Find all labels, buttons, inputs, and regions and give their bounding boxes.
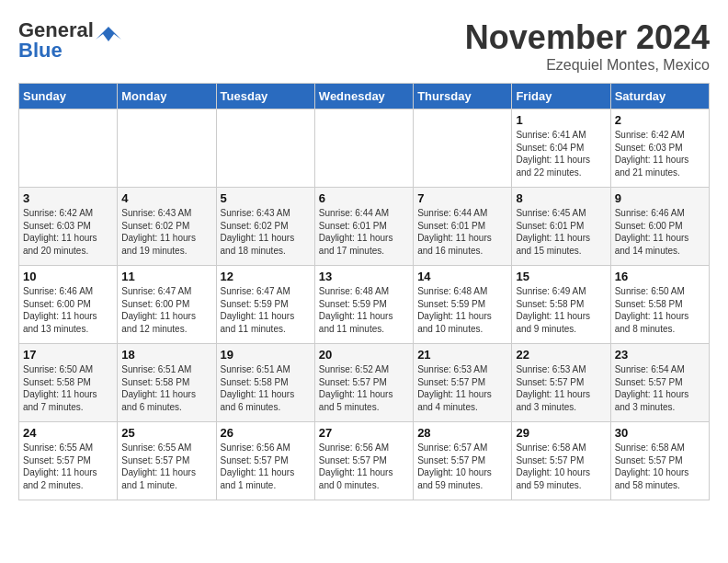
day-info: Sunrise: 6:56 AM Sunset: 5:57 PM Dayligh… (319, 442, 409, 491)
day-info: Sunrise: 6:41 AM Sunset: 6:04 PM Dayligh… (516, 129, 606, 178)
day-number: 4 (121, 191, 211, 205)
day-info: Sunrise: 6:49 AM Sunset: 5:58 PM Dayligh… (516, 285, 606, 335)
calendar-day-cell (414, 109, 512, 188)
day-number: 9 (615, 191, 705, 205)
day-number: 28 (417, 426, 507, 440)
weekday-header-cell: Tuesday (216, 84, 314, 109)
day-info: Sunrise: 6:46 AM Sunset: 6:00 PM Dayligh… (615, 207, 705, 257)
calendar-day-cell (216, 109, 314, 188)
calendar-day-cell: 15Sunrise: 6:49 AM Sunset: 5:58 PM Dayli… (512, 266, 610, 344)
day-info: Sunrise: 6:51 AM Sunset: 5:58 PM Dayligh… (121, 363, 211, 413)
calendar-day-cell: 30Sunrise: 6:58 AM Sunset: 5:57 PM Dayli… (610, 422, 709, 500)
day-info: Sunrise: 6:54 AM Sunset: 5:57 PM Dayligh… (615, 363, 705, 413)
day-number: 14 (417, 270, 507, 283)
day-number: 12 (221, 270, 311, 283)
calendar-day-cell: 27Sunrise: 6:56 AM Sunset: 5:57 PM Dayli… (314, 422, 413, 500)
day-number: 18 (121, 348, 211, 362)
day-info: Sunrise: 6:52 AM Sunset: 5:57 PM Dayligh… (319, 363, 409, 413)
logo: General Blue (18, 18, 121, 63)
day-number: 15 (516, 270, 606, 283)
day-number: 29 (516, 426, 606, 440)
calendar-week-row: 3Sunrise: 6:42 AM Sunset: 6:03 PM Daylig… (19, 188, 710, 266)
calendar-day-cell: 22Sunrise: 6:53 AM Sunset: 5:57 PM Dayli… (512, 344, 610, 422)
calendar-week-row: 1Sunrise: 6:41 AM Sunset: 6:04 PM Daylig… (19, 109, 710, 188)
day-number: 19 (221, 348, 311, 362)
header: General Blue November 2024 Ezequiel Mont… (18, 18, 710, 74)
calendar-body: 1Sunrise: 6:41 AM Sunset: 6:04 PM Daylig… (19, 109, 710, 500)
day-info: Sunrise: 6:53 AM Sunset: 5:57 PM Dayligh… (417, 363, 507, 413)
day-number: 1 (516, 113, 606, 127)
calendar-week-row: 24Sunrise: 6:55 AM Sunset: 5:57 PM Dayli… (19, 422, 710, 500)
day-number: 27 (319, 426, 409, 440)
calendar-day-cell: 12Sunrise: 6:47 AM Sunset: 5:59 PM Dayli… (216, 266, 314, 344)
day-number: 30 (615, 426, 705, 440)
day-info: Sunrise: 6:58 AM Sunset: 5:57 PM Dayligh… (615, 442, 705, 491)
day-info: Sunrise: 6:48 AM Sunset: 5:59 PM Dayligh… (319, 285, 409, 335)
calendar-day-cell: 1Sunrise: 6:41 AM Sunset: 6:04 PM Daylig… (512, 109, 610, 188)
calendar-day-cell: 13Sunrise: 6:48 AM Sunset: 5:59 PM Dayli… (314, 266, 413, 344)
calendar-week-row: 10Sunrise: 6:46 AM Sunset: 6:00 PM Dayli… (19, 266, 710, 344)
day-number: 6 (319, 191, 409, 205)
calendar-day-cell: 23Sunrise: 6:54 AM Sunset: 5:57 PM Dayli… (610, 344, 709, 422)
calendar-day-cell: 5Sunrise: 6:43 AM Sunset: 6:02 PM Daylig… (216, 188, 314, 266)
day-number: 11 (121, 270, 211, 283)
title-area: November 2024 Ezequiel Montes, Mexico (465, 18, 710, 74)
day-info: Sunrise: 6:51 AM Sunset: 5:58 PM Dayligh… (221, 363, 311, 413)
svg-marker-0 (96, 27, 121, 41)
day-number: 25 (121, 426, 211, 440)
day-number: 22 (516, 348, 606, 362)
day-info: Sunrise: 6:55 AM Sunset: 5:57 PM Dayligh… (23, 442, 113, 491)
calendar-day-cell: 6Sunrise: 6:44 AM Sunset: 6:01 PM Daylig… (314, 188, 413, 266)
calendar-day-cell: 11Sunrise: 6:47 AM Sunset: 6:00 PM Dayli… (118, 266, 216, 344)
day-number: 13 (319, 270, 409, 283)
day-info: Sunrise: 6:58 AM Sunset: 5:57 PM Dayligh… (516, 442, 606, 491)
day-number: 17 (23, 348, 113, 362)
calendar-table: SundayMondayTuesdayWednesdayThursdayFrid… (18, 83, 710, 500)
day-info: Sunrise: 6:42 AM Sunset: 6:03 PM Dayligh… (23, 207, 113, 257)
day-number: 10 (23, 270, 113, 283)
calendar-week-row: 17Sunrise: 6:50 AM Sunset: 5:58 PM Dayli… (19, 344, 710, 422)
day-info: Sunrise: 6:48 AM Sunset: 5:59 PM Dayligh… (417, 285, 507, 335)
calendar-day-cell (314, 109, 413, 188)
day-number: 23 (615, 348, 705, 362)
day-info: Sunrise: 6:44 AM Sunset: 6:01 PM Dayligh… (319, 207, 409, 257)
calendar-day-cell: 14Sunrise: 6:48 AM Sunset: 5:59 PM Dayli… (414, 266, 512, 344)
weekday-header-cell: Saturday (610, 84, 709, 109)
month-title: November 2024 (465, 18, 710, 57)
day-info: Sunrise: 6:42 AM Sunset: 6:03 PM Dayligh… (615, 129, 705, 178)
calendar-day-cell: 16Sunrise: 6:50 AM Sunset: 5:58 PM Dayli… (610, 266, 709, 344)
calendar-day-cell: 24Sunrise: 6:55 AM Sunset: 5:57 PM Dayli… (19, 422, 118, 500)
day-number: 3 (23, 191, 113, 205)
day-info: Sunrise: 6:43 AM Sunset: 6:02 PM Dayligh… (221, 207, 311, 257)
calendar-day-cell: 19Sunrise: 6:51 AM Sunset: 5:58 PM Dayli… (216, 344, 314, 422)
weekday-header-cell: Friday (512, 84, 610, 109)
calendar-day-cell: 17Sunrise: 6:50 AM Sunset: 5:58 PM Dayli… (19, 344, 118, 422)
calendar-day-cell: 9Sunrise: 6:46 AM Sunset: 6:00 PM Daylig… (610, 188, 709, 266)
day-number: 16 (615, 270, 705, 283)
calendar-day-cell: 20Sunrise: 6:52 AM Sunset: 5:57 PM Dayli… (314, 344, 413, 422)
weekday-header-row: SundayMondayTuesdayWednesdayThursdayFrid… (19, 84, 710, 109)
calendar-day-cell: 18Sunrise: 6:51 AM Sunset: 5:58 PM Dayli… (118, 344, 216, 422)
calendar-day-cell: 8Sunrise: 6:45 AM Sunset: 6:01 PM Daylig… (512, 188, 610, 266)
location-subtitle: Ezequiel Montes, Mexico (465, 57, 710, 74)
weekday-header-cell: Sunday (19, 84, 118, 109)
calendar-day-cell (19, 109, 118, 188)
logo-bird-icon (96, 25, 121, 41)
day-info: Sunrise: 6:56 AM Sunset: 5:57 PM Dayligh… (221, 442, 311, 491)
day-number: 5 (221, 191, 311, 205)
calendar-day-cell (118, 109, 216, 188)
day-info: Sunrise: 6:50 AM Sunset: 5:58 PM Dayligh… (23, 363, 113, 413)
day-number: 21 (417, 348, 507, 362)
calendar-day-cell: 7Sunrise: 6:44 AM Sunset: 6:01 PM Daylig… (414, 188, 512, 266)
day-info: Sunrise: 6:46 AM Sunset: 6:00 PM Dayligh… (23, 285, 113, 335)
day-number: 24 (23, 426, 113, 440)
day-number: 2 (615, 113, 705, 127)
calendar-day-cell: 28Sunrise: 6:57 AM Sunset: 5:57 PM Dayli… (414, 422, 512, 500)
day-info: Sunrise: 6:45 AM Sunset: 6:01 PM Dayligh… (516, 207, 606, 257)
day-info: Sunrise: 6:47 AM Sunset: 6:00 PM Dayligh… (121, 285, 211, 335)
day-number: 20 (319, 348, 409, 362)
day-info: Sunrise: 6:53 AM Sunset: 5:57 PM Dayligh… (516, 363, 606, 413)
weekday-header-cell: Wednesday (314, 84, 413, 109)
calendar-day-cell: 2Sunrise: 6:42 AM Sunset: 6:03 PM Daylig… (610, 109, 709, 188)
day-info: Sunrise: 6:44 AM Sunset: 6:01 PM Dayligh… (417, 207, 507, 257)
